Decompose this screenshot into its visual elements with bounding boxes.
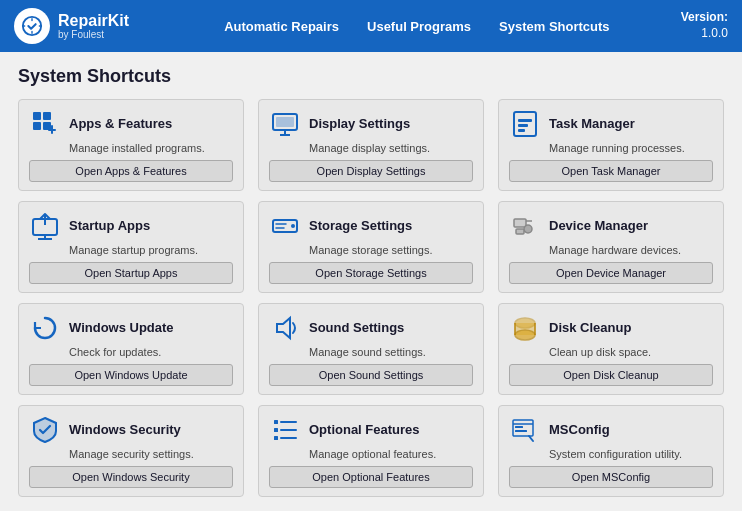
card-desc-apps-features: Manage installed programs.: [69, 142, 233, 154]
btn-storage-settings[interactable]: Open Storage Settings: [269, 262, 473, 284]
shortcut-card-display-settings: Display Settings Manage display settings…: [258, 99, 484, 191]
svg-point-30: [515, 330, 535, 340]
btn-disk-cleanup[interactable]: Open Disk Cleanup: [509, 364, 713, 386]
card-desc-msconfig: System configuration utility.: [549, 448, 713, 460]
card-header-disk-cleanup: Disk Cleanup: [509, 312, 713, 344]
nav-links: Automatic Repairs Useful Programs System…: [153, 19, 681, 34]
card-desc-disk-cleanup: Clean up disk space.: [549, 346, 713, 358]
card-header-task-manager: Task Manager: [509, 108, 713, 140]
svg-rect-2: [43, 112, 51, 120]
card-title-disk-cleanup: Disk Cleanup: [549, 320, 713, 336]
svg-rect-34: [274, 428, 278, 432]
card-desc-display-settings: Manage display settings.: [309, 142, 473, 154]
card-header-startup-apps: Startup Apps: [29, 210, 233, 242]
card-header-optional-features: Optional Features: [269, 414, 473, 446]
card-header-device-manager: Device Manager: [509, 210, 713, 242]
card-desc-device-manager: Manage hardware devices.: [549, 244, 713, 256]
shortcuts-grid: Apps & Features Manage installed program…: [18, 99, 724, 497]
card-header-msconfig: MSConfig: [509, 414, 713, 446]
btn-windows-security[interactable]: Open Windows Security: [29, 466, 233, 488]
card-title-device-manager: Device Manager: [549, 218, 713, 234]
icon-security: [29, 414, 61, 446]
card-title-optional-features: Optional Features: [309, 422, 473, 438]
page-title: System Shortcuts: [18, 66, 724, 87]
card-title-storage-settings: Storage Settings: [309, 218, 473, 234]
svg-point-20: [291, 224, 295, 228]
svg-rect-23: [514, 219, 526, 227]
icon-update: [29, 312, 61, 344]
card-header-windows-security: Windows Security: [29, 414, 233, 446]
card-header-sound-settings: Sound Settings: [269, 312, 473, 344]
card-title-apps-features: Apps & Features: [69, 116, 233, 132]
card-desc-windows-update: Check for updates.: [69, 346, 233, 358]
svg-rect-42: [515, 430, 527, 432]
card-header-windows-update: Windows Update: [29, 312, 233, 344]
shortcut-card-apps-features: Apps & Features Manage installed program…: [18, 99, 244, 191]
card-desc-windows-security: Manage security settings.: [69, 448, 233, 460]
svg-rect-13: [518, 124, 528, 127]
card-desc-optional-features: Manage optional features.: [309, 448, 473, 460]
icon-disk: [509, 312, 541, 344]
nav-system-shortcuts[interactable]: System Shortcuts: [499, 19, 610, 34]
btn-msconfig[interactable]: Open MSConfig: [509, 466, 713, 488]
card-title-task-manager: Task Manager: [549, 116, 713, 132]
svg-rect-33: [274, 420, 278, 424]
version-value: 1.0.0: [681, 26, 728, 42]
shortcut-card-disk-cleanup: Disk Cleanup Clean up disk space. Open D…: [498, 303, 724, 395]
card-title-windows-update: Windows Update: [69, 320, 233, 336]
btn-sound-settings[interactable]: Open Sound Settings: [269, 364, 473, 386]
btn-apps-features[interactable]: Open Apps & Features: [29, 160, 233, 182]
svg-rect-4: [43, 122, 51, 130]
btn-device-manager[interactable]: Open Device Manager: [509, 262, 713, 284]
svg-rect-3: [33, 122, 41, 130]
logo-icon: [14, 8, 50, 44]
logo-area: RepairKit by Foulest: [14, 8, 129, 44]
shortcut-card-device-manager: Device Manager Manage hardware devices. …: [498, 201, 724, 293]
btn-startup-apps[interactable]: Open Startup Apps: [29, 262, 233, 284]
svg-rect-14: [518, 129, 525, 132]
icon-apps: [29, 108, 61, 140]
btn-display-settings[interactable]: Open Display Settings: [269, 160, 473, 182]
icon-sound: [269, 312, 301, 344]
nav-useful-programs[interactable]: Useful Programs: [367, 19, 471, 34]
icon-device: [509, 210, 541, 242]
svg-rect-25: [516, 229, 524, 234]
card-desc-startup-apps: Manage startup programs.: [69, 244, 233, 256]
version-area: Version: 1.0.0: [681, 10, 728, 41]
shortcut-card-optional-features: Optional Features Manage optional featur…: [258, 405, 484, 497]
shortcut-card-windows-update: Windows Update Check for updates. Open W…: [18, 303, 244, 395]
shortcut-card-task-manager: Task Manager Manage running processes. O…: [498, 99, 724, 191]
app-name: RepairKit: [58, 12, 129, 30]
card-desc-task-manager: Manage running processes.: [549, 142, 713, 154]
main-content: System Shortcuts Apps & Features Manage …: [0, 52, 742, 507]
card-header-apps-features: Apps & Features: [29, 108, 233, 140]
icon-startup: [29, 210, 61, 242]
app-sub: by Foulest: [58, 29, 129, 40]
shortcut-card-sound-settings: Sound Settings Manage sound settings. Op…: [258, 303, 484, 395]
card-title-display-settings: Display Settings: [309, 116, 473, 132]
logo-text: RepairKit by Foulest: [58, 12, 129, 41]
card-header-display-settings: Display Settings: [269, 108, 473, 140]
svg-rect-10: [276, 117, 294, 127]
card-desc-storage-settings: Manage storage settings.: [309, 244, 473, 256]
nav-automatic-repairs[interactable]: Automatic Repairs: [224, 19, 339, 34]
header: RepairKit by Foulest Automatic Repairs U…: [0, 0, 742, 52]
icon-storage: [269, 210, 301, 242]
shortcut-card-storage-settings: Storage Settings Manage storage settings…: [258, 201, 484, 293]
btn-task-manager[interactable]: Open Task Manager: [509, 160, 713, 182]
icon-display: [269, 108, 301, 140]
btn-windows-update[interactable]: Open Windows Update: [29, 364, 233, 386]
card-title-windows-security: Windows Security: [69, 422, 233, 438]
svg-point-24: [524, 225, 532, 233]
svg-rect-12: [518, 119, 532, 122]
icon-task: [509, 108, 541, 140]
icon-msconfig: [509, 414, 541, 446]
svg-rect-35: [274, 436, 278, 440]
svg-rect-41: [515, 426, 523, 428]
card-header-storage-settings: Storage Settings: [269, 210, 473, 242]
shortcut-card-windows-security: Windows Security Manage security setting…: [18, 405, 244, 497]
btn-optional-features[interactable]: Open Optional Features: [269, 466, 473, 488]
version-label: Version:: [681, 10, 728, 26]
shortcut-card-msconfig: MSConfig System configuration utility. O…: [498, 405, 724, 497]
svg-marker-27: [277, 318, 290, 338]
